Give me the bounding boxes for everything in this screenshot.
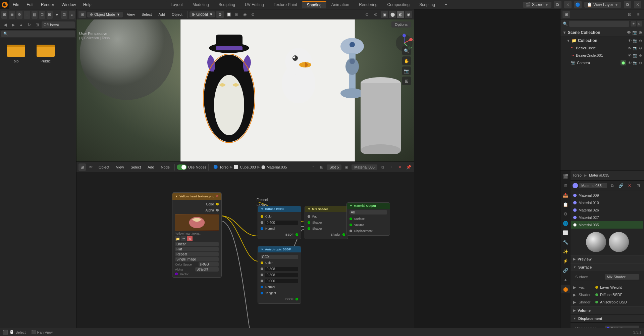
use-nodes-toggle[interactable]: Use Nodes bbox=[177, 164, 206, 170]
aniso-roughness-val[interactable]: 0.308 bbox=[265, 267, 298, 271]
file-item-bib[interactable]: bib bbox=[3, 41, 30, 63]
menu-help[interactable]: Help bbox=[80, 2, 95, 8]
material-name-field[interactable]: Material.035 bbox=[352, 164, 377, 170]
texture-remove-btn[interactable]: ✕ bbox=[187, 236, 193, 241]
texture-edit-btn[interactable]: ✏ bbox=[181, 236, 186, 241]
view-layer-copy-btn[interactable]: ⧉ bbox=[624, 1, 631, 8]
node-new-btn[interactable]: + bbox=[387, 163, 395, 171]
material-035-item[interactable]: Material.035 bbox=[571, 221, 643, 229]
nav-forward-btn[interactable]: ▶ bbox=[9, 21, 17, 29]
outliner-search-input[interactable] bbox=[569, 21, 629, 27]
displacement-section-header[interactable]: ▼ Displacement bbox=[571, 315, 644, 323]
node-pin-btn[interactable]: 📌 bbox=[405, 163, 412, 171]
tab-animation[interactable]: Animation bbox=[327, 1, 354, 8]
proportional2-btn[interactable]: ⊘ bbox=[249, 11, 257, 18]
tab-rendering[interactable]: Rendering bbox=[354, 1, 382, 8]
props-constraints-btn[interactable]: 🔗 bbox=[561, 266, 570, 275]
nav-refresh-btn[interactable]: ↻ bbox=[25, 21, 33, 29]
tb-new-btn[interactable]: ▤ bbox=[32, 11, 38, 19]
file-browser-content[interactable]: bib Public bbox=[0, 38, 76, 328]
nav-home-btn[interactable]: ⊞ bbox=[34, 21, 41, 29]
texture-alpha-val[interactable]: Straight bbox=[195, 267, 219, 272]
scene-collection-item[interactable]: ▼ Scene Collection 👁 📷 ⊙ bbox=[560, 28, 644, 37]
texture-single-image-select[interactable]: Single Image bbox=[175, 257, 219, 261]
menu-render[interactable]: Render bbox=[38, 2, 57, 8]
tb-filter2-btn[interactable]: ⊡ bbox=[61, 11, 67, 19]
tab-compositing[interactable]: Compositing bbox=[383, 1, 415, 8]
tab-add[interactable]: + bbox=[440, 1, 452, 8]
snap2-btn[interactable]: ⊞ bbox=[233, 11, 240, 18]
tab-shading[interactable]: Shading bbox=[302, 1, 326, 8]
tab-texture-paint[interactable]: Texture Paint bbox=[269, 1, 302, 8]
viewport-scene-area[interactable]: User Perspective (1) Collection | Torso … bbox=[76, 19, 414, 161]
nav-up-btn[interactable]: ▲ bbox=[17, 21, 25, 29]
tb-filter-btn[interactable]: ⋮ bbox=[24, 11, 30, 19]
node-editor-icon[interactable]: ⊞ bbox=[78, 163, 86, 171]
node-up-btn[interactable]: ↑ bbox=[309, 163, 317, 171]
output-collapse-icon[interactable]: ▼ bbox=[350, 204, 353, 207]
viewport-mode-selector[interactable]: ⊙ Object Mode ▼ bbox=[87, 12, 123, 17]
aniso-anisotropy-val[interactable]: 0.308 bbox=[265, 273, 298, 277]
pan-btn[interactable]: ✋ bbox=[402, 56, 411, 65]
outliner-eye-btn[interactable]: 👁 bbox=[631, 21, 636, 27]
search-box[interactable]: 🔍 bbox=[1, 31, 75, 37]
select-menu-btn[interactable]: Select bbox=[139, 12, 155, 17]
3d-viewport[interactable]: ⊞ ⊙ Object Mode ▼ View Select Add Object… bbox=[76, 9, 414, 161]
node-view-btn[interactable]: 👁 bbox=[87, 163, 95, 171]
tb-display-btn[interactable]: ⊡ bbox=[39, 11, 45, 19]
gizmo-btn[interactable]: ⊙ bbox=[363, 11, 371, 18]
props-scene-btn[interactable]: 🎬 bbox=[561, 172, 570, 181]
material-026-item[interactable]: Material.026 bbox=[571, 206, 643, 214]
props-world-btn[interactable]: 🌐 bbox=[561, 219, 570, 228]
diffuse-collapse-icon[interactable]: ▼ bbox=[261, 207, 264, 211]
node-select-btn[interactable]: Select bbox=[128, 164, 144, 170]
texture-linear-select[interactable]: Linear bbox=[175, 242, 219, 246]
props-view-layer-btn[interactable]: 📋 bbox=[561, 200, 570, 209]
tab-layout[interactable]: Layout bbox=[166, 1, 187, 8]
menu-window[interactable]: Window bbox=[58, 2, 79, 8]
material-output-node[interactable]: ▼ Material Output All Surface Volume bbox=[346, 202, 390, 236]
camera-item[interactable]: 📷 Camera ⬤ 👁 📷 ⊙ bbox=[569, 59, 644, 66]
outliner-sort-btn[interactable]: ≡ bbox=[635, 11, 642, 18]
view-menu-btn[interactable]: View bbox=[124, 12, 138, 17]
props-output-btn[interactable]: 📤 bbox=[561, 191, 570, 199]
pivot-btn[interactable]: ⊗ bbox=[216, 11, 224, 18]
material-filter-btn[interactable]: ⊡ bbox=[635, 182, 642, 189]
viewport-icon-btn[interactable]: ⊞ bbox=[78, 11, 86, 18]
texture-repeat-select[interactable]: Repeat bbox=[175, 252, 219, 256]
texture-node[interactable]: ▼ Yellow heart texture.png ✕ Color Alpha bbox=[172, 192, 222, 278]
outliner-restrict-btn[interactable]: ⊙ bbox=[637, 21, 642, 27]
props-object-data-btn[interactable]: ▲ bbox=[561, 275, 570, 284]
texture-flat-select[interactable]: Flat bbox=[175, 247, 219, 251]
transform-global-btn[interactable]: ⊕ Global ▼ bbox=[190, 11, 215, 17]
tb-icon-btn[interactable]: ⊞ bbox=[1, 11, 7, 19]
output-all-select[interactable]: All bbox=[350, 210, 387, 214]
surface-type-value[interactable]: Mix Shader bbox=[605, 274, 639, 280]
material-name-display[interactable]: Material.035 bbox=[579, 183, 607, 188]
tab-scripting[interactable]: Scripting bbox=[415, 1, 440, 8]
aniso-bsdf-node[interactable]: ▼ Anisotropic BSDF GGX Color 0.308 bbox=[258, 246, 301, 304]
tb-arrow-btn[interactable]: ▼ bbox=[54, 11, 60, 18]
tb-display2-btn[interactable]: ⊞ bbox=[47, 11, 53, 19]
scene-copy-btn[interactable]: ⧉ bbox=[554, 1, 561, 8]
material-remove-btn[interactable]: ✕ bbox=[626, 182, 633, 189]
mix-shader-node[interactable]: ▼ Mix Shader Fac Shader Shader bbox=[305, 206, 348, 239]
tab-uv-editing[interactable]: UV Editing bbox=[240, 1, 269, 8]
bezier-circle-001-item[interactable]: 〜 BezierCircle.001 👁 📷 ⊙ bbox=[569, 52, 644, 59]
material-shading-btn[interactable]: ◐ bbox=[397, 11, 404, 18]
view-layer-selector[interactable]: 📋 View Layer ▼ bbox=[584, 2, 621, 8]
props-material-btn[interactable]: ⬤ bbox=[561, 285, 570, 293]
tab-modeling[interactable]: Modeling bbox=[188, 1, 214, 8]
collection-item[interactable]: ▼ 📁 Collection 👁 📷 ⊙ bbox=[565, 37, 644, 44]
diffuse-roughness-val[interactable]: 0.400 bbox=[265, 221, 298, 225]
zoom-in-btn[interactable]: 🔍 bbox=[402, 46, 411, 55]
wire-shading-btn[interactable]: ▣ bbox=[381, 11, 388, 18]
scene-close-btn[interactable]: ✕ bbox=[564, 1, 572, 8]
add-menu-btn[interactable]: Add bbox=[156, 12, 168, 17]
node-copy-btn[interactable]: ⧉ bbox=[379, 163, 386, 171]
nav-path[interactable]: C:\Users\ bbox=[42, 21, 75, 28]
tb-filter3-btn[interactable]: ≡ bbox=[69, 11, 75, 19]
node-render-btn[interactable]: ◉ bbox=[343, 163, 350, 171]
tb-view-btn[interactable]: ☰ bbox=[9, 11, 15, 19]
preview-sphere-1[interactable] bbox=[586, 232, 606, 252]
